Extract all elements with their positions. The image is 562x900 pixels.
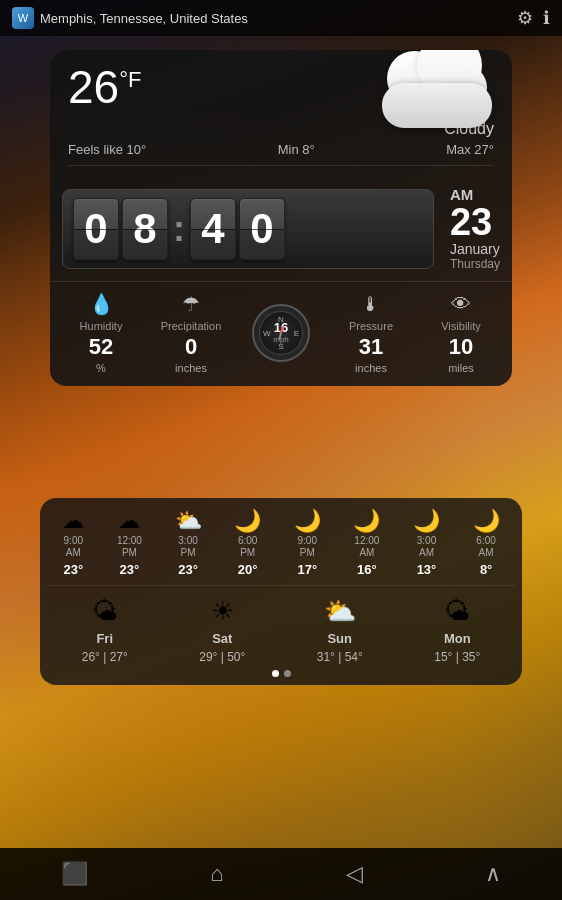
compass-dial: N S E W 16 mph (252, 304, 310, 362)
hourly-temp-4: 17° (297, 562, 317, 577)
pressure-unit: inches (355, 362, 387, 374)
feels-like: Feels like 10° (68, 142, 146, 157)
hourly-icon-7: 🌙 (473, 510, 500, 532)
hourly-icon-1: ☁ (118, 510, 140, 532)
pressure-value: 31 (359, 336, 383, 358)
hourly-item-3: 🌙 6:00PM 20° (234, 510, 261, 577)
hourly-icon-2: ⛅ (175, 510, 202, 532)
day-label: Thursday (450, 257, 500, 271)
hourly-time-1: 12:00PM (117, 535, 142, 559)
nav-bar: ⬛ ⌂ ◁ ∧ (0, 848, 562, 900)
daily-day-sat: Sat (212, 631, 232, 646)
hourly-item-7: 🌙 6:00AM 8° (473, 510, 500, 577)
settings-icon[interactable]: ⚙ (517, 7, 533, 29)
visibility-icon: 👁 (451, 293, 471, 316)
time-separator: : (172, 208, 186, 250)
hourly-icon-4: 🌙 (294, 510, 321, 532)
hourly-row: ☁ 9:00AM 23° ☁ 12:00PM 23° ⛅ 3:00PM 23° … (46, 510, 516, 586)
hourly-time-0: 9:00AM (64, 535, 83, 559)
precipitation-icon: ☂ (182, 292, 200, 316)
compass-w: W (263, 329, 271, 338)
precipitation-stat: ☂ Precipitation 0 inches (146, 292, 236, 374)
page-dots (46, 664, 516, 677)
daily-icon-sat: ☀ (211, 596, 234, 627)
hourly-item-2: ⛅ 3:00PM 23° (175, 510, 202, 577)
visibility-label: Visibility (441, 320, 481, 332)
humidity-stat: 💧 Humidity 52 % (56, 292, 146, 374)
min-tens: 4 (190, 198, 236, 260)
month-label: January (450, 241, 500, 257)
pressure-label: Pressure (349, 320, 393, 332)
daily-icon-fri: 🌤 (92, 596, 118, 627)
daily-temps-mon: 15° | 35° (434, 650, 480, 664)
home-button[interactable]: ⌂ (210, 861, 223, 887)
hour-ones: 8 (122, 198, 168, 260)
daily-row: 🌤 Fri 26° | 27° ☀ Sat 29° | 50° ⛅ Sun 31… (46, 586, 516, 664)
temp-value: 26 (68, 61, 119, 113)
info-icon[interactable]: ℹ (543, 7, 550, 29)
date-section: AM 23 January Thursday (444, 186, 500, 271)
hourly-icon-3: 🌙 (234, 510, 261, 532)
status-bar: W Memphis, Tennessee, United States ⚙ ℹ (0, 0, 562, 36)
pressure-icon: 🌡 (361, 293, 381, 316)
app-icon: W (12, 7, 34, 29)
hourly-item-0: ☁ 9:00AM 23° (62, 510, 84, 577)
compass-s: S (278, 342, 283, 351)
hour-tens: 0 (73, 198, 119, 260)
hourly-time-4: 9:00PM (298, 535, 317, 559)
humidity-label: Humidity (80, 320, 123, 332)
weather-icon (372, 58, 502, 148)
daily-day-sun: Sun (327, 631, 352, 646)
flip-clock: 0 8 : 4 0 (62, 189, 434, 269)
daily-day-mon: Mon (444, 631, 471, 646)
hourly-time-6: 3:00AM (417, 535, 436, 559)
more-button[interactable]: ∧ (485, 861, 501, 887)
hourly-temp-5: 16° (357, 562, 377, 577)
daily-temps-sat: 29° | 50° (199, 650, 245, 664)
dot-2[interactable] (284, 670, 291, 677)
forecast-section: ☁ 9:00AM 23° ☁ 12:00PM 23° ⛅ 3:00PM 23° … (40, 498, 522, 685)
wind-compass: N S E W 16 mph (236, 304, 326, 362)
hourly-time-2: 3:00PM (178, 535, 197, 559)
humidity-icon: 💧 (89, 292, 114, 316)
weather-top: 26°F Cloudy Feels like 10° Min 8° Max 27… (50, 50, 512, 176)
back-button[interactable]: ◁ (346, 861, 363, 887)
status-bar-right: ⚙ ℹ (517, 7, 550, 29)
hourly-temp-6: 13° (417, 562, 437, 577)
main-widget: 26°F Cloudy Feels like 10° Min 8° Max 27… (50, 50, 512, 386)
visibility-value: 10 (449, 336, 473, 358)
stats-row: 💧 Humidity 52 % ☂ Precipitation 0 inches… (50, 281, 512, 386)
daily-icon-mon: 🌤 (444, 596, 470, 627)
daily-item-mon: 🌤 Mon 15° | 35° (434, 596, 480, 664)
precipitation-value: 0 (185, 336, 197, 358)
daily-icon-sun: ⛅ (324, 596, 356, 627)
precipitation-label: Precipitation (161, 320, 222, 332)
hourly-time-3: 6:00PM (238, 535, 257, 559)
hourly-item-6: 🌙 3:00AM 13° (413, 510, 440, 577)
hourly-temp-0: 23° (63, 562, 83, 577)
hourly-icon-0: ☁ (62, 510, 84, 532)
flip-clock-section: 0 8 : 4 0 AM 23 January Thursday (50, 176, 512, 281)
hourly-time-5: 12:00AM (354, 535, 379, 559)
hourly-item-1: ☁ 12:00PM 23° (117, 510, 142, 577)
hourly-item-4: 🌙 9:00PM 17° (294, 510, 321, 577)
precipitation-unit: inches (175, 362, 207, 374)
minute-digits: 4 0 (190, 198, 285, 260)
visibility-unit: miles (448, 362, 474, 374)
location-label: Memphis, Tennessee, United States (40, 11, 248, 26)
daily-temps-sun: 31° | 54° (317, 650, 363, 664)
daily-item-sun: ⛅ Sun 31° | 54° (317, 596, 363, 664)
hourly-temp-1: 23° (120, 562, 140, 577)
humidity-unit: % (96, 362, 106, 374)
daily-temps-fri: 26° | 27° (82, 650, 128, 664)
temp-unit: °F (119, 67, 141, 92)
compass-inner: N S E W 16 mph (259, 311, 303, 355)
dot-1[interactable] (272, 670, 279, 677)
humidity-value: 52 (89, 336, 113, 358)
min-ones: 0 (239, 198, 285, 260)
hourly-item-5: 🌙 12:00AM 16° (353, 510, 380, 577)
hourly-temp-7: 8° (480, 562, 492, 577)
recent-apps-button[interactable]: ⬛ (61, 861, 88, 887)
hour-digits: 0 8 (73, 198, 168, 260)
status-bar-left: W Memphis, Tennessee, United States (12, 7, 248, 29)
